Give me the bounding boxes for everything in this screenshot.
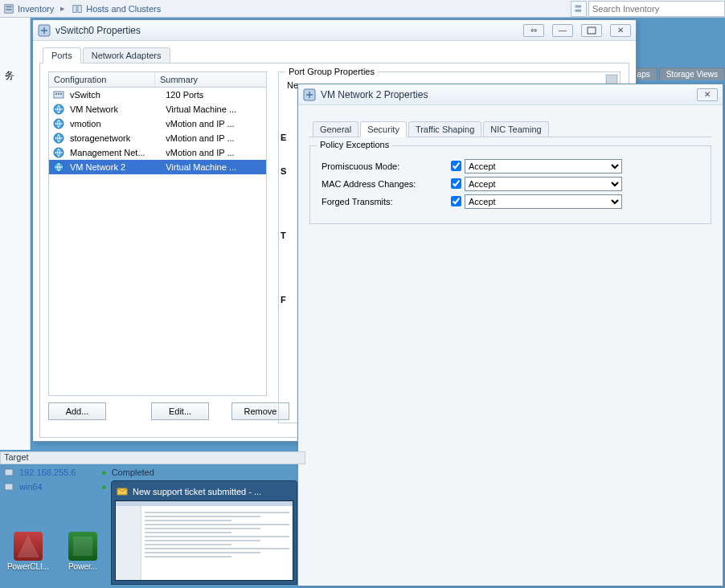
background-tabs: aps Storage Views bbox=[630, 67, 725, 80]
search-mode-button[interactable] bbox=[571, 1, 587, 17]
vswitch-title: vSwitch0 Properties bbox=[55, 25, 141, 36]
breadcrumb-hosts-clusters[interactable]: Hosts and Clusters bbox=[86, 4, 161, 14]
svg-rect-12 bbox=[60, 93, 62, 95]
tab-network-adapters[interactable]: Network Adapters bbox=[83, 47, 170, 63]
desktop-icon-powercli[interactable]: PowerCLI... bbox=[6, 532, 50, 571]
tab-nic-teaming[interactable]: NIC Teaming bbox=[483, 121, 548, 137]
close-button[interactable]: ✕ bbox=[697, 88, 718, 101]
svg-rect-10 bbox=[55, 93, 57, 95]
search-input[interactable] bbox=[592, 4, 721, 14]
tab-traffic-shaping[interactable]: Traffic Shaping bbox=[408, 121, 481, 137]
policy-label: MAC Address Changes: bbox=[322, 179, 447, 189]
task-row[interactable]: 192.168.255.6 ● Completed bbox=[3, 466, 154, 479]
override-checkbox[interactable] bbox=[451, 196, 461, 206]
portgroup-icon bbox=[52, 146, 65, 159]
preview-title: New support ticket submitted - ... bbox=[133, 487, 261, 496]
minimize-button[interactable]: — bbox=[552, 24, 573, 37]
config-table: Configuration Summary vSwitch120 PortsVM… bbox=[48, 71, 267, 396]
col-configuration[interactable]: Configuration bbox=[49, 72, 155, 87]
task-target: 192.168.255.6 bbox=[19, 468, 96, 477]
side-letters: E S T F bbox=[281, 120, 286, 316]
port-group-properties-label: Port Group Properties bbox=[285, 67, 378, 76]
mail-icon bbox=[117, 486, 128, 497]
config-summary: 120 Ports bbox=[166, 90, 266, 100]
config-row[interactable]: Management Net...vMotion and IP ... bbox=[49, 145, 266, 160]
chevron-right-icon: ▸ bbox=[57, 3, 68, 14]
maximize-button[interactable] bbox=[581, 24, 602, 37]
inventory-icon bbox=[3, 3, 14, 14]
config-row[interactable]: vSwitch120 Ports bbox=[49, 88, 266, 102]
config-row[interactable]: vmotionvMotion and IP ... bbox=[49, 116, 266, 131]
host-icon bbox=[3, 481, 14, 492]
desktop-icon-power[interactable]: Power... bbox=[61, 532, 104, 571]
portgroup-icon bbox=[52, 161, 65, 174]
svg-rect-1 bbox=[6, 6, 12, 7]
policy-select[interactable]: AcceptReject bbox=[465, 194, 622, 209]
config-name: Management Net... bbox=[70, 148, 161, 157]
tab-ports[interactable]: Ports bbox=[43, 47, 81, 63]
cjk-glyph: 务 bbox=[5, 69, 14, 83]
override-checkbox[interactable] bbox=[451, 178, 461, 189]
tasks-header-target[interactable]: Target bbox=[0, 451, 305, 464]
vswitch-icon bbox=[52, 88, 65, 101]
taskbar-preview-popup[interactable]: New support ticket submitted - ... bbox=[111, 480, 297, 585]
policy-select[interactable]: AcceptReject bbox=[465, 159, 622, 174]
col-summary[interactable]: Summary bbox=[155, 72, 266, 87]
vsphere-icon bbox=[303, 88, 316, 101]
vsphere-icon bbox=[38, 24, 51, 37]
task-status: Completed bbox=[112, 468, 154, 477]
breadcrumb-inventory[interactable]: Inventory bbox=[18, 4, 54, 14]
config-summary: vMotion and IP ... bbox=[166, 148, 266, 157]
override-checkbox[interactable] bbox=[451, 161, 461, 171]
portgroup-icon bbox=[52, 103, 65, 116]
svg-rect-19 bbox=[5, 469, 13, 476]
config-summary: vMotion and IP ... bbox=[166, 133, 266, 143]
config-summary: Virtual Machine ... bbox=[166, 162, 266, 172]
vmnet-title: VM Network 2 Properties bbox=[321, 89, 428, 100]
vmnet-titlebar[interactable]: VM Network 2 Properties ✕ bbox=[298, 84, 723, 105]
preview-thumbnail[interactable] bbox=[115, 500, 293, 581]
config-name: VM Network bbox=[70, 104, 161, 114]
config-name: VM Network 2 bbox=[70, 162, 161, 172]
host-icon bbox=[3, 467, 14, 478]
policy-exceptions-group: Policy Exceptions Promiscuous Mode:Accep… bbox=[309, 145, 711, 224]
task-row[interactable]: win64 ● bbox=[3, 480, 107, 493]
svg-rect-23 bbox=[73, 537, 92, 556]
policy-label: Promiscuous Mode: bbox=[322, 161, 447, 171]
svg-rect-4 bbox=[78, 5, 81, 12]
vswitch-titlebar[interactable]: vSwitch0 Properties ⇔ — ✕ bbox=[33, 20, 636, 41]
tab-security[interactable]: Security bbox=[360, 121, 407, 137]
config-row[interactable]: VM Network 2Virtual Machine ... bbox=[49, 160, 266, 174]
config-row[interactable]: VM NetworkVirtual Machine ... bbox=[49, 102, 266, 116]
portgroup-icon bbox=[52, 132, 65, 145]
tab-storage-views[interactable]: Storage Views bbox=[659, 67, 725, 80]
config-table-header: Configuration Summary bbox=[49, 72, 266, 88]
policy-label: Forged Transmits: bbox=[322, 197, 447, 206]
vmnetwork2-properties-window: VM Network 2 Properties ✕ General Securi… bbox=[297, 84, 723, 586]
policy-select[interactable]: AcceptReject bbox=[465, 177, 622, 191]
edit-button[interactable]: Edit... bbox=[151, 402, 209, 420]
config-row[interactable]: storagenetworkvMotion and IP ... bbox=[49, 131, 266, 145]
help-back-button[interactable]: ⇔ bbox=[523, 24, 544, 37]
task-target: win64 bbox=[19, 482, 96, 492]
policy-exceptions-label: Policy Exceptions bbox=[317, 140, 392, 149]
close-button[interactable]: ✕ bbox=[610, 24, 631, 37]
hosts-icon bbox=[72, 3, 83, 14]
svg-rect-8 bbox=[588, 27, 596, 34]
config-name: vmotion bbox=[70, 119, 161, 129]
svg-rect-11 bbox=[58, 93, 59, 95]
svg-rect-5 bbox=[575, 5, 582, 7]
search-box[interactable] bbox=[588, 1, 725, 17]
icon-label: PowerCLI... bbox=[7, 562, 49, 571]
left-panel-peek: 务 bbox=[0, 18, 31, 450]
add-button[interactable]: Add... bbox=[48, 402, 106, 420]
config-name: vSwitch bbox=[70, 90, 161, 100]
icon-label: Power... bbox=[68, 562, 97, 571]
check-icon: ● bbox=[101, 468, 107, 477]
config-summary: vMotion and IP ... bbox=[166, 119, 266, 129]
peek-text: Ne bbox=[287, 80, 298, 90]
tab-general[interactable]: General bbox=[313, 121, 358, 137]
desktop-icons: PowerCLI... Power... bbox=[0, 516, 111, 588]
config-summary: Virtual Machine ... bbox=[166, 104, 266, 114]
policy-row: MAC Address Changes:AcceptReject bbox=[322, 175, 699, 193]
